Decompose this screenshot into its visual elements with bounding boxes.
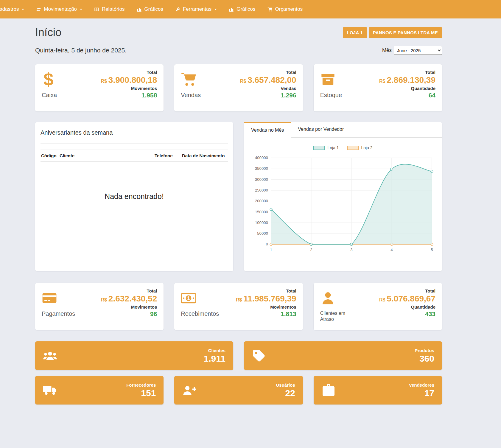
currency-label: R$ xyxy=(379,79,385,84)
counter-fornecedores[interactable]: Fornecedores 151 xyxy=(35,376,164,405)
total-label: Total xyxy=(379,288,435,293)
total-amount: 2.632.430,52 xyxy=(108,294,157,303)
nav-ferramentas[interactable]: Ferramentas xyxy=(169,0,223,18)
store-button[interactable]: LOJA 1 xyxy=(343,27,367,38)
briefcase-icon xyxy=(321,383,336,397)
nav-graficos-1[interactable]: Gráficos xyxy=(131,0,169,18)
total-label: Total xyxy=(101,70,157,75)
legend-loja1[interactable]: Loja 1 xyxy=(313,145,339,150)
caret-down-icon xyxy=(214,9,217,10)
currency-label: R$ xyxy=(101,79,107,84)
bar-chart-icon xyxy=(229,7,234,12)
month-select[interactable]: June - 2025 xyxy=(394,46,442,55)
archive-box-icon xyxy=(320,70,356,89)
counter-value: 22 xyxy=(285,388,295,398)
currency-label: R$ xyxy=(101,297,107,302)
nav-orcamentos-label: Orçamentos xyxy=(275,6,303,12)
total-label: Total xyxy=(240,70,296,75)
total-amount: 3.657.482,00 xyxy=(248,75,296,85)
counter-clientes[interactable]: Clientes 1.911 xyxy=(35,341,233,370)
company-button[interactable]: PANNOS E PANNOS LTDA ME xyxy=(369,27,442,38)
svg-text:400000: 400000 xyxy=(255,155,268,160)
credit-card-icon xyxy=(42,288,77,308)
users-icon xyxy=(43,349,57,363)
svg-text:3: 3 xyxy=(350,248,352,252)
nav-cadastros[interactable]: Cadastros xyxy=(0,0,30,18)
chart-legend: Loja 1 Loja 2 xyxy=(249,145,437,150)
legend-swatch-loja2 xyxy=(347,146,359,150)
money-bill-icon: 1 xyxy=(181,288,219,308)
counter-label: Fornecedores xyxy=(126,382,156,388)
empty-message: Nada encontrado! xyxy=(41,162,228,231)
count-value: 96 xyxy=(101,310,157,318)
nav-ferramentas-label: Ferramentas xyxy=(183,6,211,12)
count-value: 1.958 xyxy=(101,92,157,99)
truck-icon xyxy=(43,383,57,397)
counter-produtos[interactable]: Produtos 360 xyxy=(244,341,442,370)
counter-value: 151 xyxy=(141,388,156,398)
table-icon xyxy=(94,7,99,12)
svg-text:300000: 300000 xyxy=(255,177,268,182)
nav-movimentacao[interactable]: Movimentação xyxy=(30,0,88,18)
count-value: 64 xyxy=(379,92,435,99)
stat-card-pagamentos: Pagamentos Total R$2.632.430,52 Moviment… xyxy=(35,283,164,330)
counter-label: Vendedores xyxy=(409,382,434,388)
svg-text:350000: 350000 xyxy=(255,166,268,171)
column-codigo: Código xyxy=(41,153,60,158)
nav-cadastros-label: Cadastros xyxy=(0,6,19,12)
svg-text:150000: 150000 xyxy=(255,210,268,214)
user-plus-icon xyxy=(182,383,196,397)
stat-card-label: Pagamentos xyxy=(42,310,77,317)
tab-vendas-no-mes[interactable]: Vendas no Mês xyxy=(244,122,291,138)
page-title: Início xyxy=(35,26,61,39)
total-label: Total xyxy=(101,288,157,293)
total-amount: 2.869.130,39 xyxy=(387,75,436,85)
stat-card-label: Recebimentos xyxy=(181,310,219,317)
counter-label: Usuários xyxy=(276,382,295,388)
count-label: Movimentos xyxy=(236,304,296,309)
svg-text:1: 1 xyxy=(270,248,272,252)
count-label: Quantidade xyxy=(379,86,435,91)
svg-text:250000: 250000 xyxy=(255,188,268,192)
stat-card-estoque: Estoque Total R$2.869.130,39 Quantidade … xyxy=(314,64,442,111)
currency-label: R$ xyxy=(236,297,242,302)
svg-text:0: 0 xyxy=(266,242,268,246)
count-label: Quantidade xyxy=(379,304,435,309)
exchange-icon xyxy=(36,7,41,12)
counter-label: Clientes xyxy=(208,348,225,353)
total-value: R$11.985.769,39 xyxy=(236,294,296,304)
counter-value: 360 xyxy=(419,354,434,363)
count-value: 433 xyxy=(379,310,435,318)
counter-usuarios[interactable]: Usuários 22 xyxy=(174,376,303,405)
sales-line-chart: 0500001000001500002000002500003000003500… xyxy=(249,155,437,255)
nav-graficos-2[interactable]: Gráficos xyxy=(223,0,261,18)
svg-text:1: 1 xyxy=(187,295,190,301)
svg-text:100000: 100000 xyxy=(255,220,268,225)
tab-vendas-por-vendedor[interactable]: Vendas por Vendedor xyxy=(291,122,351,137)
caret-down-icon xyxy=(80,9,82,10)
counter-vendedores[interactable]: Vendedores 17 xyxy=(314,376,442,405)
nav-relatorios[interactable]: Relatórios xyxy=(88,0,131,18)
svg-text:2: 2 xyxy=(310,248,312,252)
total-amount: 3.900.800,18 xyxy=(108,75,157,85)
svg-text:4: 4 xyxy=(390,248,393,252)
svg-text:5: 5 xyxy=(431,248,433,252)
stat-card-vendas: Vendas Total R$3.657.482,00 Vendas 1.296 xyxy=(174,64,303,111)
svg-text:50000: 50000 xyxy=(257,231,268,236)
count-value: 1.813 xyxy=(236,310,296,318)
total-label: Total xyxy=(236,288,296,293)
legend-label-loja2: Loja 2 xyxy=(361,145,373,150)
sales-tabs: Vendas no Mês Vendas por Vendedor xyxy=(244,122,442,138)
total-value: R$3.900.800,18 xyxy=(101,76,157,85)
column-data-nascimento: Data de Nascimento xyxy=(182,153,227,158)
shopping-cart-icon xyxy=(267,7,273,12)
column-telefone: Telefone xyxy=(155,153,182,158)
stat-card-caixa: $ Caixa Total R$3.900.800,18 Movimentos … xyxy=(35,64,164,111)
column-cliente: Cliente xyxy=(60,153,155,158)
nav-orcamentos[interactable]: Orçamentos xyxy=(262,0,309,18)
currency-label: R$ xyxy=(379,297,385,302)
legend-loja2[interactable]: Loja 2 xyxy=(347,145,373,150)
caret-down-icon xyxy=(22,9,24,10)
count-label: Movimentos xyxy=(101,304,157,309)
nav-graficos-2-label: Gráficos xyxy=(237,6,255,12)
